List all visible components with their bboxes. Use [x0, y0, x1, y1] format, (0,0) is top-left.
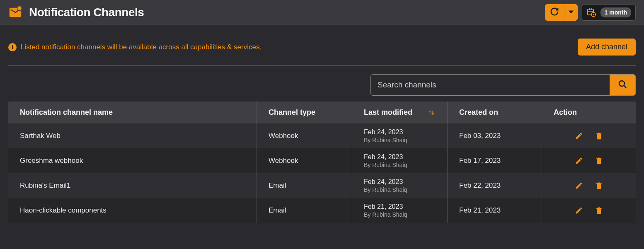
cell-action	[542, 198, 636, 223]
cell-type: Webhook	[257, 148, 352, 173]
th-name[interactable]: Notification channel name	[8, 102, 257, 123]
table-row: Greeshma webhookWebhookFeb 24, 2023By Ru…	[8, 148, 636, 173]
modified-by: By Rubina Shaiq	[364, 211, 436, 218]
edit-icon[interactable]	[575, 181, 583, 190]
delete-icon[interactable]	[595, 132, 603, 140]
cell-name: Greeshma webhook	[8, 148, 257, 173]
modified-by: By Rubina Shaiq	[364, 162, 436, 168]
table-row: Rubina's Email1EmailFeb 24, 2023By Rubin…	[8, 173, 636, 198]
svg-point-3	[619, 81, 625, 86]
page-header: Notification Channels	[0, 0, 644, 25]
search-input[interactable]	[371, 75, 610, 95]
header-right: 1 month	[545, 4, 636, 21]
table-header: Notification channel name Channel type L…	[8, 102, 636, 123]
time-range-selector[interactable]: 1 month	[582, 4, 636, 21]
edit-icon[interactable]	[575, 132, 583, 140]
modified-by: By Rubina Shaiq	[364, 186, 436, 193]
refresh-group	[545, 4, 578, 21]
search-wrap	[370, 74, 636, 96]
cell-action	[542, 148, 636, 173]
page-title: Notification Channels	[29, 6, 144, 19]
sort-icon	[427, 109, 436, 117]
edit-icon[interactable]	[575, 157, 583, 165]
th-action: Action	[542, 102, 636, 123]
cell-action	[542, 173, 636, 198]
refresh-button[interactable]	[545, 4, 564, 21]
modified-date: Feb 24, 2023	[364, 153, 436, 161]
cell-name: Rubina's Email1	[8, 173, 257, 198]
info-row: i Listed notification channels will be a…	[8, 34, 636, 66]
cell-modified: Feb 24, 2023By Rubina Shaiq	[352, 123, 448, 148]
refresh-dropdown[interactable]	[564, 4, 578, 21]
cell-name: Sarthak Web	[8, 123, 257, 148]
calendar-clock-icon	[586, 7, 596, 17]
info-icon: i	[8, 43, 17, 51]
delete-icon[interactable]	[595, 206, 603, 215]
modified-date: Feb 24, 2023	[364, 128, 436, 136]
channels-table: Notification channel name Channel type L…	[8, 102, 636, 223]
cell-created: Feb 17, 2023	[448, 148, 542, 173]
modified-by: By Rubina Shaiq	[364, 137, 436, 143]
cell-action	[542, 123, 636, 148]
th-created[interactable]: Created on	[448, 102, 542, 123]
th-type[interactable]: Channel type	[257, 102, 352, 123]
search-icon	[617, 79, 627, 91]
cell-modified: Feb 24, 2023By Rubina Shaiq	[352, 148, 448, 173]
refresh-icon	[550, 7, 559, 18]
notification-logo-icon	[8, 5, 22, 19]
th-modified[interactable]: Last modified	[352, 102, 448, 123]
cell-type: Email	[257, 198, 352, 223]
time-range-label: 1 month	[600, 7, 631, 17]
caret-down-icon	[569, 9, 574, 16]
table-row: Haon-clickable componentsEmailFeb 21, 20…	[8, 198, 636, 223]
cell-created: Feb 22, 2023	[448, 173, 542, 198]
info-text: Listed notification channels will be ava…	[21, 43, 261, 51]
info-left: i Listed notification channels will be a…	[8, 43, 261, 51]
modified-date: Feb 21, 2023	[364, 203, 436, 210]
cell-type: Email	[257, 173, 352, 198]
delete-icon[interactable]	[595, 157, 603, 165]
delete-icon[interactable]	[595, 181, 603, 190]
table-row: Sarthak WebWebhookFeb 24, 2023By Rubina …	[8, 123, 636, 148]
modified-date: Feb 24, 2023	[364, 178, 436, 186]
content: i Listed notification channels will be a…	[0, 25, 644, 231]
cell-name: Haon-clickable components	[8, 198, 257, 223]
cell-created: Feb 21, 2023	[448, 198, 542, 223]
cell-created: Feb 03, 2023	[448, 123, 542, 148]
search-button[interactable]	[610, 75, 635, 95]
cell-type: Webhook	[257, 123, 352, 148]
add-channel-button[interactable]: Add channel	[578, 39, 636, 56]
table-body: Sarthak WebWebhookFeb 24, 2023By Rubina …	[8, 123, 636, 223]
header-left: Notification Channels	[8, 5, 144, 19]
cell-modified: Feb 24, 2023By Rubina Shaiq	[352, 173, 448, 198]
cell-modified: Feb 21, 2023By Rubina Shaiq	[352, 198, 448, 223]
search-row	[8, 74, 636, 96]
svg-point-0	[17, 6, 22, 10]
edit-icon[interactable]	[575, 206, 583, 215]
